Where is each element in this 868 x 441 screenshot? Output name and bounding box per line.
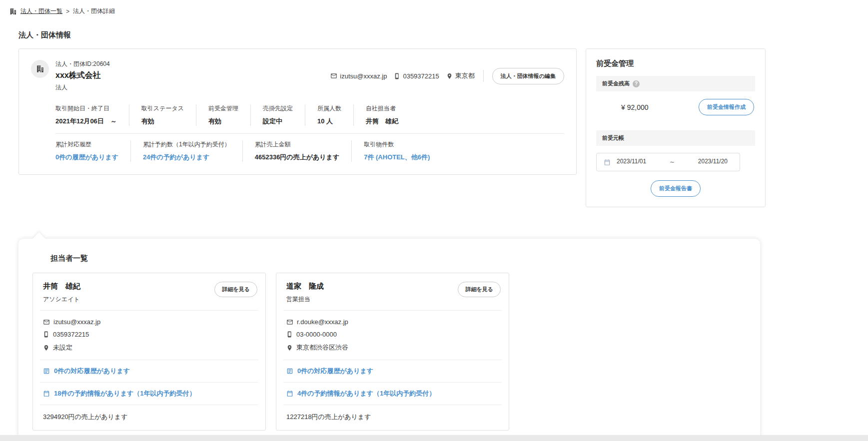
page: 法人・団体一覧 > 法人・団体詳細 法人・団体情報 法人・団体ID:20604 … bbox=[0, 0, 868, 435]
company-stats: 取引開始日・終了日 2021年12月06日 ～ 取引ステータス 有効 前受金管理… bbox=[55, 98, 564, 169]
contact-history-text: 0件の対応履歴があります bbox=[54, 367, 130, 376]
contact-location: 東京都渋谷区渋谷 bbox=[296, 343, 348, 352]
stat-label: 取引ステータス bbox=[141, 104, 184, 113]
breadcrumb-current: 法人・団体詳細 bbox=[73, 7, 115, 15]
contact-name: 道家 隆成 bbox=[286, 282, 324, 291]
stat-member-count: 所属人数 10 人 bbox=[305, 104, 353, 126]
contact-email: izutsu@xxxaz.jp bbox=[53, 318, 100, 326]
stat-label: 売掛先設定 bbox=[263, 104, 293, 113]
history-list-icon bbox=[43, 368, 50, 375]
ledger-label-bar: 前受元帳 bbox=[596, 130, 755, 146]
history-list-icon bbox=[286, 368, 293, 375]
company-location-item: 東京都 bbox=[446, 71, 475, 80]
help-icon[interactable]: ? bbox=[633, 80, 640, 87]
contact-detail-button[interactable]: 詳細を見る bbox=[214, 282, 257, 297]
company-card: 法人・団体ID:20604 xxx株式会社 法人 izutsu@xxxaz.jp bbox=[18, 48, 577, 175]
contact-reservations-link[interactable]: 4件の予約情報があります（1年以内予約受付） bbox=[276, 383, 509, 405]
contact-info: izutsu@xxxaz.jp 0359372215 未設定 bbox=[33, 311, 265, 360]
company-type: 法人 bbox=[55, 83, 110, 92]
contact-detail-button[interactable]: 詳細を見る bbox=[458, 282, 501, 297]
stat-label: 所属人数 bbox=[317, 104, 341, 113]
balance-row: ¥ 92,000 前受金情報作成 bbox=[596, 91, 755, 123]
contact-identity: 井筒 雄紀 アソシエイト bbox=[43, 282, 80, 304]
reservations-link[interactable]: 24件の予約があります bbox=[143, 153, 230, 162]
stats-row-1: 取引開始日・終了日 2021年12月06日 ～ 取引ステータス 有効 前受金管理… bbox=[55, 98, 564, 133]
top-row: 法人・団体ID:20604 xxx株式会社 法人 izutsu@xxxaz.jp bbox=[0, 48, 868, 207]
location-pin-icon bbox=[43, 345, 49, 351]
contact-phone: 03-0000-0000 bbox=[296, 331, 337, 338]
calendar-icon bbox=[286, 390, 293, 397]
history-link[interactable]: 0件の履歴があります bbox=[55, 153, 118, 162]
contact-sales: 3294920円の売上があります bbox=[33, 405, 265, 430]
stat-label: 取引物件数 bbox=[364, 140, 430, 149]
stat-value: 井筒 雄紀 bbox=[366, 117, 398, 126]
company-phone-item: 0359372215 bbox=[394, 72, 439, 80]
edit-company-button[interactable]: 法人・団体情報の編集 bbox=[492, 68, 564, 84]
vertical-divider bbox=[483, 70, 484, 82]
balance-value: ¥ 92,000 bbox=[621, 103, 649, 111]
contact-card: 道家 隆成 営業担当 詳細を見る r.douke@xxxaz.jp bbox=[276, 273, 509, 431]
properties-link[interactable]: 7件 (AHOTEL、他6件) bbox=[364, 153, 430, 162]
advance-payment-title: 前受金管理 bbox=[596, 59, 755, 68]
contact-phone-row: 03-0000-0000 bbox=[286, 331, 499, 338]
contact-location-row: 未設定 bbox=[43, 343, 255, 352]
stat-advance-payment: 前受金管理 有効 bbox=[196, 104, 250, 126]
contact-card-header: 道家 隆成 営業担当 詳細を見る bbox=[276, 273, 509, 310]
mail-icon bbox=[43, 319, 50, 326]
stat-value: 2021年12月06日 ～ bbox=[55, 117, 117, 126]
company-email-item: izutsu@xxxaz.jp bbox=[330, 72, 387, 80]
contact-role: 営業担当 bbox=[286, 295, 324, 304]
contact-email-row: r.douke@xxxaz.jp bbox=[286, 318, 499, 326]
contact-role: アソシエイト bbox=[43, 295, 80, 304]
phone-icon bbox=[286, 331, 293, 338]
balance-label: 前受金残高 bbox=[602, 80, 630, 87]
contact-card-header: 井筒 雄紀 アソシエイト 詳細を見る bbox=[33, 273, 265, 310]
contact-phone-row: 0359372215 bbox=[43, 331, 255, 338]
company-phone: 0359372215 bbox=[403, 72, 439, 80]
company-location: 東京都 bbox=[455, 71, 475, 80]
advance-payment-report-button[interactable]: 前受金報告書 bbox=[651, 180, 701, 197]
stat-label: 取引開始日・終了日 bbox=[55, 104, 117, 113]
location-pin-icon bbox=[446, 73, 453, 79]
contact-reservations-link[interactable]: 18件の予約情報があります（1年以内予約受付） bbox=[33, 383, 265, 405]
date-to: 2023/11/20 bbox=[698, 158, 728, 166]
report-button-wrap: 前受金報告書 bbox=[596, 180, 755, 197]
contact-identity: 道家 隆成 営業担当 bbox=[286, 282, 324, 304]
calendar-icon bbox=[43, 390, 50, 397]
stat-value: 有効 bbox=[141, 117, 184, 126]
stat-value: 設定中 bbox=[263, 117, 293, 126]
stat-label: 累計売上金額 bbox=[255, 140, 339, 149]
create-advance-payment-button[interactable]: 前受金情報作成 bbox=[699, 99, 754, 115]
page-title: 法人・団体情報 bbox=[18, 30, 868, 40]
stat-label: 前受金管理 bbox=[208, 104, 238, 113]
phone-icon bbox=[394, 73, 400, 79]
contact-card: 井筒 雄紀 アソシエイト 詳細を見る izutsu@xxxaz.jp bbox=[32, 273, 266, 431]
mail-icon bbox=[286, 319, 293, 326]
contact-location: 未設定 bbox=[53, 343, 72, 352]
date-range-picker[interactable]: 2023/11/01 ～ 2023/11/20 bbox=[596, 153, 740, 171]
date-from: 2023/11/01 bbox=[617, 158, 646, 166]
stat-trade-period: 取引開始日・終了日 2021年12月06日 ～ bbox=[55, 104, 129, 126]
contact-reservations-text: 4件の予約情報があります（1年以内予約受付） bbox=[297, 389, 435, 398]
breadcrumb-link-corporate-list[interactable]: 法人・団体一覧 bbox=[20, 7, 62, 15]
contacts-title: 担当者一覧 bbox=[50, 254, 746, 263]
contact-history-link[interactable]: 0件の対応履歴があります bbox=[33, 360, 265, 382]
stat-label: 自社担当者 bbox=[366, 104, 398, 113]
contact-history-link[interactable]: 0件の対応履歴があります bbox=[276, 360, 509, 382]
contact-cards-row: 井筒 雄紀 アソシエイト 詳細を見る izutsu@xxxaz.jp bbox=[32, 273, 746, 431]
company-avatar bbox=[31, 60, 49, 78]
date-range-text: 2023/11/01 ～ 2023/11/20 bbox=[617, 158, 733, 166]
building-icon bbox=[35, 64, 44, 73]
stat-total-history: 累計対応履歴 0件の履歴があります bbox=[55, 140, 130, 162]
date-separator: ～ bbox=[669, 158, 675, 166]
stat-value: 4652336円の売上があります bbox=[255, 153, 339, 162]
company-id: 法人・団体ID:20604 bbox=[55, 60, 110, 68]
ledger-label: 前受元帳 bbox=[602, 134, 624, 142]
contact-location-row: 東京都渋谷区渋谷 bbox=[286, 343, 499, 352]
company-name: xxx株式会社 bbox=[55, 70, 110, 81]
advance-payment-card: 前受金管理 前受金残高 ? ¥ 92,000 前受金情報作成 前受元帳 2023… bbox=[586, 48, 766, 207]
balance-label-bar: 前受金残高 ? bbox=[596, 76, 755, 91]
contact-phone: 0359372215 bbox=[53, 331, 89, 338]
contacts-panel: 担当者一覧 井筒 雄紀 アソシエイト 詳細を見る bbox=[18, 239, 760, 435]
company-contact-info: izutsu@xxxaz.jp 0359372215 東京都 bbox=[330, 68, 564, 84]
